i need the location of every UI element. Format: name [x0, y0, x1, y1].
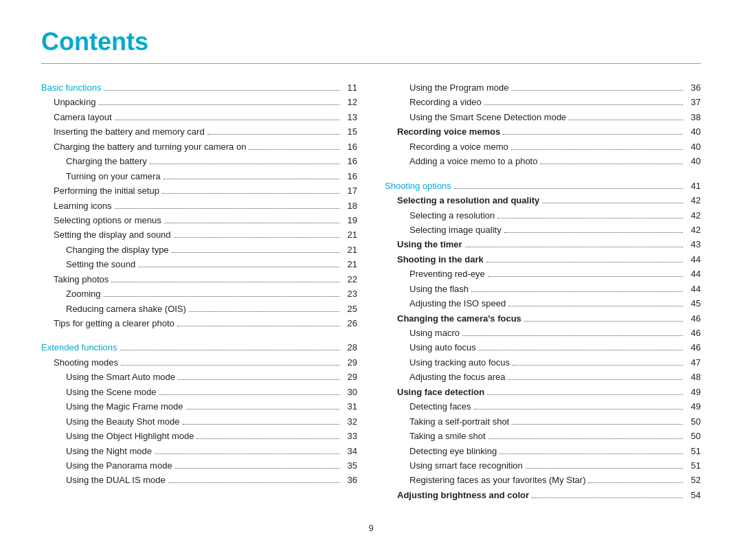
toc-page-number: 44	[686, 282, 701, 296]
toc-entry: Inserting the battery and memory card15	[41, 124, 357, 139]
toc-entry: Selecting a resolution and quality42	[385, 193, 701, 208]
spacer	[385, 169, 701, 179]
toc-page-number: 44	[686, 252, 701, 267]
toc-entry: Using the Program mode36	[385, 80, 701, 95]
toc-label-text: Camera layout	[54, 110, 112, 124]
toc-dots	[186, 409, 339, 410]
toc-label-text: Registering faces as your favorites (My …	[409, 473, 585, 487]
toc-page-number: 33	[342, 429, 357, 443]
toc-entry: Adjusting the focus area48	[385, 370, 701, 384]
toc-entry: Selecting options or menus19	[41, 213, 357, 227]
toc-dots	[115, 208, 339, 209]
toc-label-text: Adjusting the focus area	[409, 370, 505, 384]
toc-dots	[155, 453, 339, 454]
toc-label-text: Using the Smart Auto mode	[66, 370, 175, 384]
toc-label-text: Using the Scene mode	[66, 385, 157, 399]
toc-label-text: Taking a smile shot	[409, 429, 486, 443]
toc-page-number: 52	[686, 473, 701, 487]
toc-dots	[168, 482, 339, 483]
toc-page-number: 29	[342, 370, 357, 384]
toc-label-text: Reducing camera shake (OIS)	[66, 302, 186, 316]
toc-entry: Tips for getting a clearer photo26	[41, 316, 357, 331]
toc-label-text: Adjusting the ISO speed	[409, 296, 506, 311]
toc-entry: Using auto focus46	[385, 340, 701, 355]
toc-dots	[207, 134, 339, 135]
toc-dots	[542, 203, 683, 203]
toc-label-text: Using the Program mode	[409, 80, 509, 95]
toc-page-number: 21	[342, 243, 357, 257]
toc-label-text: Unpacking	[54, 95, 95, 109]
toc-entry: Detecting eye blinking51	[385, 444, 701, 458]
toc-dots	[479, 350, 683, 350]
toc-label-text: Using the timer	[397, 237, 462, 251]
toc-page-number: 18	[342, 199, 357, 213]
toc-entry: Shooting options41	[385, 179, 701, 193]
toc-label-text: Selecting a resolution	[409, 208, 495, 223]
toc-dots	[138, 267, 339, 267]
toc-page-number: 50	[686, 414, 701, 429]
toc-dots	[115, 120, 339, 120]
toc-entry: Using the DUAL IS mode36	[41, 473, 357, 487]
toc-entry: Using the Object Highlight mode33	[41, 429, 357, 443]
toc-dots	[189, 311, 339, 312]
toc-entry: Using the Scene mode30	[41, 385, 357, 399]
toc-label-text: Using the Panorama mode	[66, 458, 172, 473]
toc-label-text: Detecting eye blinking	[409, 444, 497, 458]
toc-dots	[175, 468, 339, 469]
toc-dots	[465, 247, 683, 247]
toc-entry: Recording a voice memo40	[385, 139, 701, 154]
toc-dots	[524, 321, 683, 322]
toc-label-text: Taking a self-portrait shot	[409, 414, 509, 429]
toc-entry: Unpacking12	[41, 95, 357, 109]
toc-page-number: 38	[686, 110, 701, 124]
toc-label-text: Using macro	[409, 326, 460, 340]
toc-dots	[196, 438, 339, 439]
toc-entry: Zooming23	[41, 287, 357, 301]
toc-entry: Adding a voice memo to a photo40	[385, 154, 701, 168]
toc-entry: Using smart face recognition51	[385, 458, 701, 473]
toc-dots	[513, 365, 683, 366]
toc-entry: Taking photos22	[41, 272, 357, 287]
toc-page-number: 15	[342, 124, 357, 139]
toc-dots	[503, 134, 683, 135]
toc-label-text: Taking photos	[54, 272, 109, 287]
toc-entry: Shooting in the dark44	[385, 252, 701, 267]
toc-label-text: Selecting image quality	[409, 223, 502, 237]
toc-page-number: 40	[686, 154, 701, 168]
toc-page-number: 19	[342, 213, 357, 227]
toc-dots	[150, 164, 339, 164]
toc-dots	[526, 468, 683, 469]
toc-entry: Basic functions11	[41, 80, 357, 95]
toc-page-number: 21	[342, 227, 357, 242]
toc-page-number: 50	[686, 429, 701, 443]
toc-label-text: Preventing red-eye	[409, 267, 485, 281]
toc-entry: Camera layout13	[41, 110, 357, 124]
toc-entry: Recording a video37	[385, 95, 701, 109]
toc-page-number: 22	[342, 272, 357, 287]
toc-label-text: Using the Object Highlight mode	[66, 429, 194, 443]
toc-label-text: Changing the display type	[66, 243, 169, 257]
toc-dots	[474, 409, 683, 410]
toc-entry: Preventing red-eye44	[385, 267, 701, 281]
toc-dots	[98, 104, 339, 105]
toc-label-text: Adding a voice memo to a photo	[409, 154, 537, 168]
page-title: Contents	[41, 27, 701, 56]
toc-entry: Using macro46	[385, 326, 701, 340]
toc-label-text: Using the Beauty Shot mode	[66, 414, 180, 429]
toc-label-text: Using the Night mode	[66, 444, 152, 458]
toc-dots	[540, 164, 683, 164]
toc-dots	[164, 179, 339, 179]
toc-page-number: 46	[686, 326, 701, 340]
toc-page-number: 28	[342, 340, 357, 355]
toc-label-text: Using the Smart Scene Detection mode	[409, 110, 566, 124]
toc-page-number: 21	[342, 257, 357, 271]
toc-dots	[588, 482, 683, 483]
toc-dots	[508, 306, 683, 306]
spacer	[41, 331, 357, 340]
toc-label-text: Recording a voice memo	[409, 139, 508, 154]
toc-dots	[164, 223, 339, 223]
toc-label-text: Basic functions	[41, 80, 101, 95]
toc-dots	[120, 350, 339, 350]
toc-dots	[512, 424, 683, 425]
toc-dots	[462, 335, 683, 336]
